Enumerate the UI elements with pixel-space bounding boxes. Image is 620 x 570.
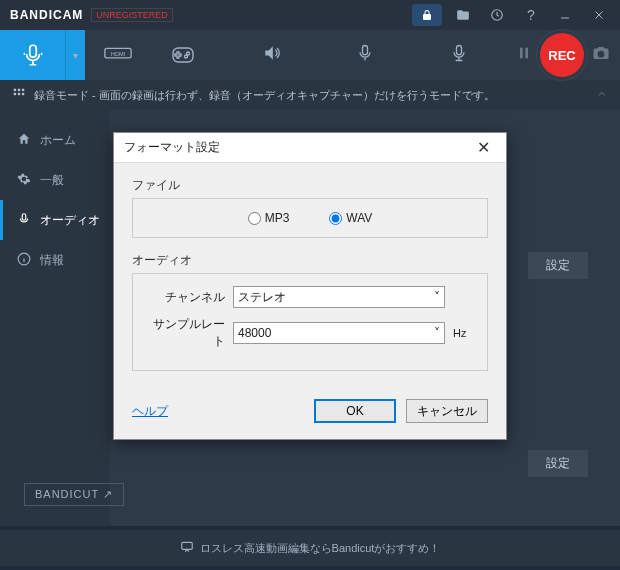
pause-icon[interactable] bbox=[516, 45, 532, 66]
svg-rect-4 bbox=[29, 45, 36, 57]
nav-audio[interactable]: オーディオ bbox=[0, 200, 110, 240]
camera-icon[interactable] bbox=[592, 44, 610, 66]
app-logo: BANDICAM UNREGISTERED bbox=[4, 8, 173, 22]
dialog-title: フォーマット設定 bbox=[124, 139, 220, 156]
svg-rect-12 bbox=[18, 89, 20, 91]
radio-wav-label: WAV bbox=[346, 211, 372, 225]
titlebar: BANDICAM UNREGISTERED ? bbox=[0, 0, 620, 30]
help-link[interactable]: ヘルプ bbox=[132, 403, 168, 420]
minimize-icon[interactable] bbox=[548, 1, 582, 29]
audio-legend: オーディオ bbox=[132, 252, 488, 269]
audio-icon bbox=[16, 212, 32, 229]
dialog-close-button[interactable]: ✕ bbox=[471, 138, 496, 157]
brand-text: BANDICAM bbox=[10, 8, 83, 22]
close-icon[interactable] bbox=[582, 1, 616, 29]
settings-button-1[interactable]: 設定 bbox=[528, 252, 588, 279]
radio-wav[interactable]: WAV bbox=[329, 211, 372, 225]
nav-label: オーディオ bbox=[40, 212, 100, 229]
dialog-titlebar: フォーマット設定 ✕ bbox=[114, 133, 506, 163]
radio-mp3[interactable]: MP3 bbox=[248, 211, 290, 225]
radio-wav-input[interactable] bbox=[329, 212, 342, 225]
channel-value: ステレオ bbox=[238, 289, 286, 306]
samplerate-select[interactable]: 48000 ˅ bbox=[233, 322, 445, 344]
file-fieldset: MP3 WAV bbox=[132, 198, 488, 238]
nav-info[interactable]: 情報 bbox=[0, 240, 110, 280]
svg-rect-17 bbox=[22, 213, 26, 219]
channel-select[interactable]: ステレオ ˅ bbox=[233, 286, 445, 308]
tab-audio-record[interactable] bbox=[0, 30, 65, 80]
home-icon bbox=[16, 132, 32, 149]
record-button[interactable]: REC bbox=[540, 33, 584, 77]
svg-rect-11 bbox=[14, 89, 16, 91]
unregistered-badge: UNREGISTERED bbox=[91, 8, 173, 22]
channel-label: チャンネル bbox=[145, 289, 233, 306]
nav-label: 一般 bbox=[40, 172, 64, 189]
bandicut-link[interactable]: BANDICUT ↗ bbox=[24, 483, 124, 506]
clock-icon[interactable] bbox=[480, 1, 514, 29]
radio-mp3-input[interactable] bbox=[248, 212, 261, 225]
mode-text: 録音モード - 画面の録画は行わず、録音（オーディオキャプチャー）だけを行うモー… bbox=[34, 88, 495, 103]
svg-rect-14 bbox=[14, 93, 16, 95]
footer: ロスレス高速動画編集ならBandicutがおすすめ！ bbox=[0, 526, 620, 566]
help-icon[interactable]: ? bbox=[514, 1, 548, 29]
chevron-up-icon[interactable] bbox=[596, 88, 608, 102]
speaker-icon[interactable] bbox=[252, 43, 292, 68]
svg-rect-9 bbox=[520, 47, 523, 58]
chevron-down-icon: ˅ bbox=[434, 326, 440, 340]
svg-rect-8 bbox=[457, 45, 462, 54]
chevron-down-icon: ˅ bbox=[434, 290, 440, 304]
samplerate-value: 48000 bbox=[238, 326, 271, 340]
svg-rect-10 bbox=[525, 47, 528, 58]
mic-settings-icon[interactable] bbox=[439, 43, 479, 68]
svg-rect-16 bbox=[22, 93, 24, 95]
svg-rect-19 bbox=[181, 542, 192, 549]
svg-rect-15 bbox=[18, 93, 20, 95]
toolbar: ▾ HDMI REC bbox=[0, 30, 620, 80]
cancel-button[interactable]: キャンセル bbox=[406, 399, 488, 423]
nav-label: ホーム bbox=[40, 132, 76, 149]
grid-icon bbox=[12, 87, 26, 103]
gear-icon bbox=[16, 172, 32, 189]
samplerate-unit: Hz bbox=[445, 327, 475, 339]
mic-input-icon[interactable] bbox=[345, 43, 385, 68]
lock-icon[interactable] bbox=[412, 4, 442, 26]
svg-rect-13 bbox=[22, 89, 24, 91]
file-legend: ファイル bbox=[132, 177, 488, 194]
nav-general[interactable]: 一般 bbox=[0, 160, 110, 200]
tab-game[interactable] bbox=[150, 30, 215, 80]
mode-bar[interactable]: 録音モード - 画面の録画は行わず、録音（オーディオキャプチャー）だけを行うモー… bbox=[0, 80, 620, 110]
samplerate-label: サンプルレート bbox=[145, 316, 233, 350]
tab-audio-dropdown[interactable]: ▾ bbox=[65, 30, 85, 80]
sidebar: ホーム 一般 オーディオ 情報 bbox=[0, 110, 110, 526]
info-icon bbox=[16, 252, 32, 269]
settings-button-2[interactable]: 設定 bbox=[528, 450, 588, 477]
folder-icon[interactable] bbox=[446, 1, 480, 29]
ok-button[interactable]: OK bbox=[314, 399, 396, 423]
svg-rect-7 bbox=[363, 45, 368, 54]
audio-fieldset: チャンネル ステレオ ˅ サンプルレート 48000 ˅ Hz bbox=[132, 273, 488, 371]
svg-text:HDMI: HDMI bbox=[110, 51, 125, 57]
footer-text: ロスレス高速動画編集ならBandicutがおすすめ！ bbox=[200, 541, 441, 556]
radio-mp3-label: MP3 bbox=[265, 211, 290, 225]
chat-icon bbox=[180, 540, 194, 556]
format-settings-dialog: フォーマット設定 ✕ ファイル MP3 WAV オーディオ bbox=[113, 132, 507, 440]
tab-hdmi[interactable]: HDMI bbox=[85, 30, 150, 80]
nav-label: 情報 bbox=[40, 252, 64, 269]
nav-home[interactable]: ホーム bbox=[0, 120, 110, 160]
